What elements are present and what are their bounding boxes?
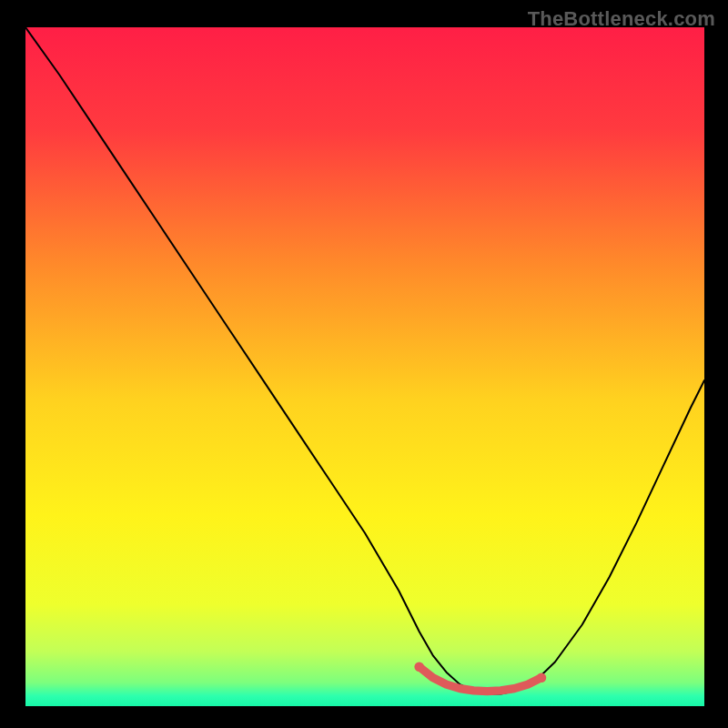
bottleneck-chart — [25, 27, 704, 706]
optimal-range-end-dot — [537, 672, 547, 682]
optimal-range-end-dot — [414, 662, 424, 672]
chart-background — [25, 27, 704, 706]
